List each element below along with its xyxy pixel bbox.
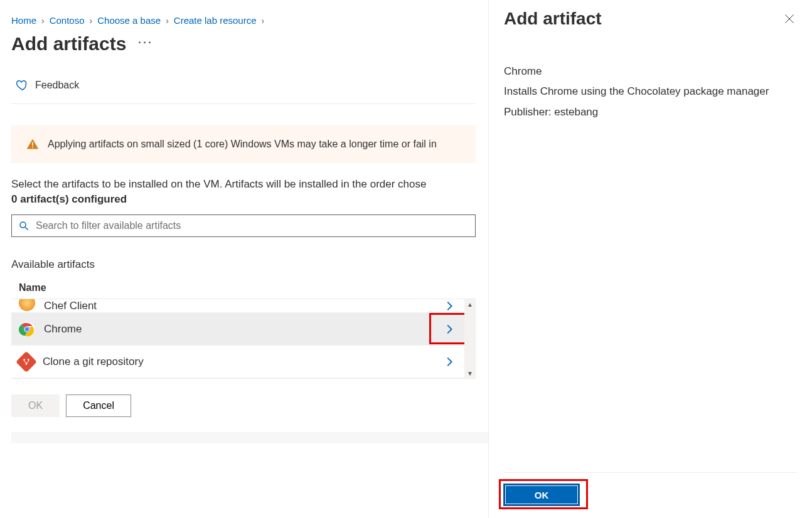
scroll-down-icon[interactable]: ▼ [464, 368, 476, 378]
chevron-right-icon: › [41, 16, 45, 26]
warning-banner: Applying artifacts on small sized (1 cor… [11, 125, 476, 163]
breadcrumb-create-lab[interactable]: Create lab resource [174, 15, 257, 26]
svg-point-2 [20, 222, 26, 228]
feedback-label: Feedback [35, 80, 79, 91]
artifact-name: Chrome [44, 323, 82, 336]
panel-title: Add artifact [504, 9, 602, 29]
chrome-icon [19, 321, 35, 337]
warning-icon [26, 138, 39, 151]
artifact-name: Clone a git repository [43, 356, 144, 368]
artifact-row-chef[interactable]: Chef Client [11, 299, 476, 313]
heart-icon [15, 78, 29, 92]
panel-ok-button[interactable]: OK [504, 484, 579, 505]
search-input-wrap[interactable] [11, 214, 476, 237]
artifact-detail-publisher: Publisher: estebang [504, 102, 797, 122]
scroll-up-icon[interactable]: ▲ [464, 299, 476, 309]
artifact-row-chrome[interactable]: Chrome [11, 313, 476, 346]
git-icon [16, 351, 37, 373]
ok-button: OK [11, 394, 60, 417]
available-artifacts-heading: Available artifacts [11, 258, 488, 271]
breadcrumb-home[interactable]: Home [11, 15, 36, 26]
configured-count: 0 artifact(s) configured [11, 193, 488, 206]
artifact-detail-desc: Installs Chrome using the Chocolatey pac… [504, 82, 797, 102]
artifact-detail-name: Chrome [504, 61, 797, 82]
close-button[interactable] [782, 11, 797, 26]
svg-point-9 [28, 359, 29, 361]
artifact-name: Chef Client [44, 300, 97, 312]
add-artifact-panel: Add artifact Chrome Installs Chrome usin… [488, 0, 812, 518]
chevron-right-icon: › [262, 16, 265, 26]
page-title: Add artifacts [11, 33, 126, 55]
breadcrumb-choose-base[interactable]: Choose a base [97, 15, 161, 26]
scrollbar[interactable]: ▲ ▼ [464, 299, 476, 378]
bottom-strip [11, 432, 488, 443]
search-input[interactable] [35, 219, 469, 232]
svg-rect-0 [32, 142, 33, 146]
svg-rect-1 [32, 147, 33, 148]
open-artifact-button[interactable] [441, 320, 458, 338]
search-icon [18, 220, 29, 231]
svg-line-3 [25, 227, 28, 230]
svg-point-8 [23, 359, 25, 361]
chevron-right-icon: › [90, 16, 93, 26]
chevron-right-icon: › [166, 16, 169, 26]
intro-text: Select the artifacts to be installed on … [11, 178, 488, 191]
feedback-button[interactable]: Feedback [11, 73, 476, 104]
column-header-name: Name [11, 282, 488, 299]
more-menu-button[interactable]: ··· [137, 34, 152, 54]
cancel-button[interactable]: Cancel [66, 394, 131, 417]
open-artifact-button[interactable] [441, 353, 458, 371]
breadcrumb-contoso[interactable]: Contoso [50, 15, 85, 26]
warning-text: Applying artifacts on small sized (1 cor… [48, 139, 437, 150]
artifact-row-git[interactable]: Clone a git repository [11, 346, 476, 378]
breadcrumb: Home › Contoso › Choose a base › Create … [11, 15, 488, 26]
chef-icon [19, 299, 35, 311]
svg-point-7 [25, 327, 29, 331]
